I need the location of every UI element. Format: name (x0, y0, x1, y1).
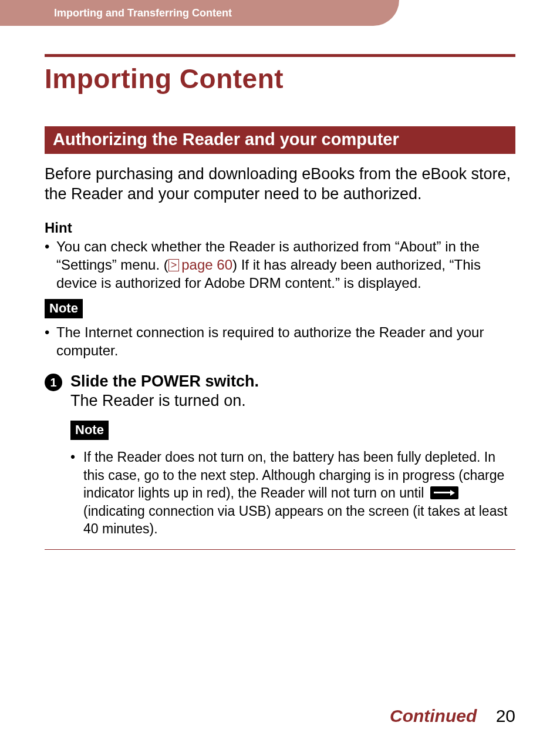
page-ref-link[interactable]: page 60 (181, 257, 232, 273)
bullet-icon: • (45, 323, 56, 359)
continued-label: Continued (390, 706, 477, 725)
hint-bullet: • You can check whether the Reader is au… (45, 237, 515, 293)
page-content: Importing Content Authorizing the Reader… (0, 0, 560, 550)
step-1: 1 Slide the POWER switch. The Reader is … (45, 372, 515, 537)
step-number-badge: 1 (45, 374, 62, 391)
step-note-post: (indicating connection via USB) appears … (83, 503, 507, 536)
step-note-text: If the Reader does not turn on, the batt… (83, 448, 515, 537)
step-note-bullet: • If the Reader does not turn on, the ba… (70, 448, 515, 537)
page-ref-icon[interactable]: > (168, 259, 180, 271)
bullet-icon: • (45, 237, 56, 293)
usb-icon (430, 486, 458, 499)
step-title: Slide the POWER switch. (70, 372, 515, 391)
page-number: 20 (496, 706, 515, 725)
hint-label: Hint (45, 220, 515, 236)
bullet-icon: • (70, 448, 83, 537)
section-heading: Authorizing the Reader and your computer (45, 126, 515, 154)
page-title: Importing Content (45, 63, 515, 95)
breadcrumb-text: Importing and Transferring Content (54, 7, 232, 19)
note-badge: Note (45, 299, 83, 318)
step-note-block: Note • If the Reader does not turn on, t… (70, 421, 515, 537)
section-intro: Before purchasing and downloading eBooks… (45, 164, 515, 204)
note-text: The Internet connection is required to a… (56, 323, 515, 359)
title-rule (45, 54, 515, 57)
note-bullet: • The Internet connection is required to… (45, 323, 515, 359)
page-footer: Continued 20 (390, 706, 515, 726)
section-rule (45, 549, 515, 550)
breadcrumb-tab: Importing and Transferring Content (0, 0, 399, 26)
hint-text: You can check whether the Reader is auth… (56, 237, 515, 293)
step-body: Slide the POWER switch. The Reader is tu… (70, 372, 515, 537)
note-badge: Note (70, 421, 109, 440)
step-desc: The Reader is turned on. (70, 392, 515, 410)
